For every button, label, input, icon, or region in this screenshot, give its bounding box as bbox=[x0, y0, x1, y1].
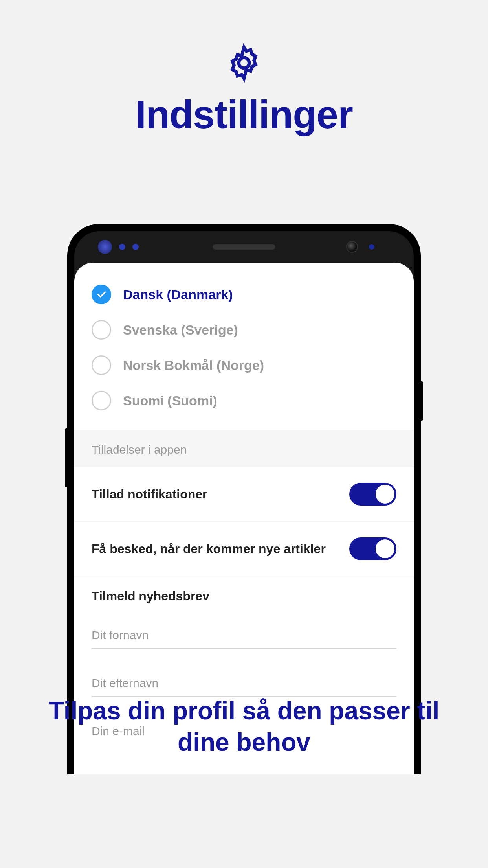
toggle-label: Tillad notifikationer bbox=[92, 487, 207, 502]
toggle-row-articles: Få besked, når der kommer nye artikler bbox=[74, 522, 414, 576]
radio-unselected-icon bbox=[92, 320, 111, 340]
language-label: Suomi (Suomi) bbox=[123, 393, 217, 408]
language-option-dansk[interactable]: Dansk (Danmark) bbox=[92, 277, 396, 312]
page-title: Indstillinger bbox=[0, 92, 488, 137]
marketing-header: Indstillinger bbox=[0, 0, 488, 137]
language-option-suomi[interactable]: Suomi (Suomi) bbox=[92, 383, 396, 418]
language-option-svenska[interactable]: Svenska (Sverige) bbox=[92, 312, 396, 348]
phone-hardware bbox=[74, 231, 414, 263]
lastname-field[interactable] bbox=[92, 670, 396, 697]
newsletter-title: Tilmeld nyhedsbrev bbox=[92, 589, 396, 603]
language-label: Dansk (Danmark) bbox=[123, 287, 233, 302]
language-label: Svenska (Sverige) bbox=[123, 322, 238, 338]
permissions-section-header: Tilladelser i appen bbox=[74, 430, 414, 467]
svg-point-0 bbox=[239, 58, 250, 68]
gear-icon bbox=[224, 43, 264, 84]
language-label: Norsk Bokmål (Norge) bbox=[123, 358, 264, 373]
toggle-notifications[interactable] bbox=[349, 483, 396, 506]
radio-unselected-icon bbox=[92, 355, 111, 375]
language-list: Dansk (Danmark) Svenska (Sverige) Norsk … bbox=[74, 263, 414, 430]
phone-mockup: Dansk (Danmark) Svenska (Sverige) Norsk … bbox=[67, 224, 421, 774]
toggle-articles[interactable] bbox=[349, 537, 396, 560]
language-option-norsk[interactable]: Norsk Bokmål (Norge) bbox=[92, 348, 396, 383]
footer-tagline: Tilpas din profil så den passer til dine… bbox=[0, 695, 488, 758]
toggle-label: Få besked, når der kommer nye artikler bbox=[92, 542, 326, 556]
radio-unselected-icon bbox=[92, 391, 111, 410]
toggle-row-notifications: Tillad notifikationer bbox=[74, 467, 414, 522]
firstname-field[interactable] bbox=[92, 622, 396, 649]
radio-selected-icon bbox=[92, 285, 111, 304]
